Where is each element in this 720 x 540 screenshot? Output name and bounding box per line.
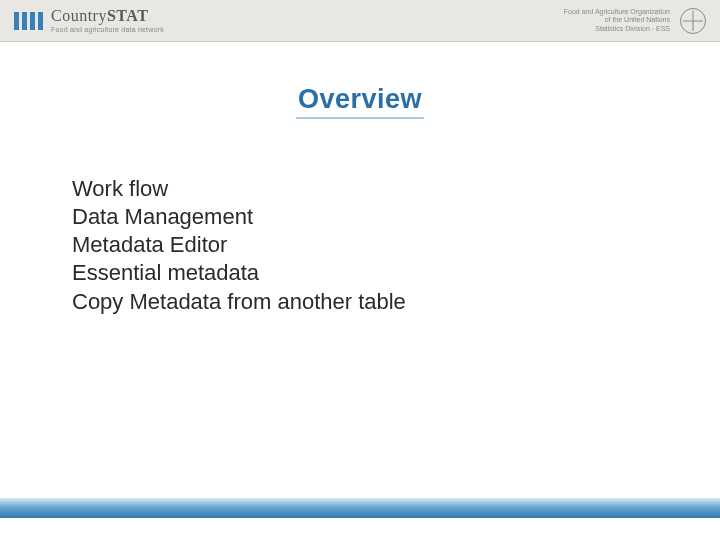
header-bar: CountrySTAT Food and agriculture data ne… (0, 0, 720, 42)
bars-icon (14, 12, 43, 30)
org-line-2: of the United Nations (564, 16, 670, 24)
list-item: Copy Metadata from another table (72, 288, 720, 316)
org-block: Food and Agriculture Organization of the… (564, 8, 706, 34)
brand-logo: CountrySTAT Food and agriculture data ne… (14, 8, 164, 33)
org-line-3: Statistics Division - ESS (564, 25, 670, 33)
page-title: Overview (296, 84, 424, 119)
topic-list: Work flow Data Management Metadata Edito… (72, 175, 720, 316)
brand-light: Country (51, 7, 107, 24)
list-item: Essential metadata (72, 259, 720, 287)
list-item: Data Management (72, 203, 720, 231)
footer-bar (0, 498, 720, 518)
brand-subtitle: Food and agriculture data network (51, 26, 164, 33)
org-text: Food and Agriculture Organization of the… (564, 8, 670, 32)
globe-icon (680, 8, 706, 34)
brand-bold: STAT (107, 7, 148, 24)
brand-text: CountrySTAT Food and agriculture data ne… (51, 8, 164, 33)
list-item: Work flow (72, 175, 720, 203)
list-item: Metadata Editor (72, 231, 720, 259)
org-line-1: Food and Agriculture Organization (564, 8, 670, 16)
